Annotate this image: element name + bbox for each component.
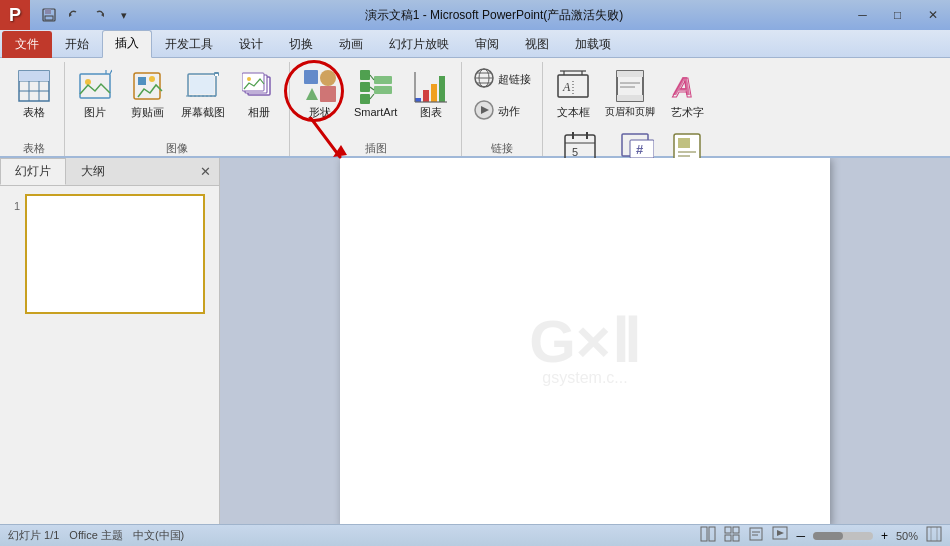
minimize-button[interactable]: ─	[845, 0, 880, 30]
svg-rect-91	[927, 527, 941, 541]
clip-button-label: 剪贴画	[131, 106, 164, 119]
svg-rect-83	[733, 527, 739, 533]
chart-button[interactable]: 图表	[407, 64, 455, 123]
group-table-label: 表格	[10, 139, 58, 156]
tab-home[interactable]: 开始	[52, 31, 102, 58]
svg-line-39	[370, 87, 374, 90]
action-label: 动作	[498, 104, 520, 119]
group-illustrations: 形状 SmartArt	[290, 62, 462, 156]
zoom-slider[interactable]	[813, 532, 873, 540]
action-button[interactable]: 动作	[468, 96, 525, 126]
tab-developer[interactable]: 开发工具	[152, 31, 226, 58]
maximize-button[interactable]: □	[880, 0, 915, 30]
view-reading-button[interactable]	[748, 526, 764, 545]
clip-icon	[129, 68, 165, 104]
group-images: 图片 剪贴画	[65, 62, 290, 156]
svg-rect-21	[190, 76, 214, 94]
smartart-icon	[358, 68, 394, 104]
screenshot-button-label: 屏幕截图	[181, 106, 225, 119]
action-icon	[473, 99, 495, 123]
smartart-button-label: SmartArt	[354, 106, 397, 119]
view-slide-sorter-button[interactable]	[724, 526, 740, 545]
svg-rect-80	[701, 527, 707, 541]
group-links-label: 链接	[468, 139, 536, 156]
table-button[interactable]: 表格	[10, 64, 58, 123]
svg-rect-13	[80, 74, 110, 98]
window-title: 演示文稿1 - Microsoft PowerPoint(产品激活失败)	[143, 7, 845, 24]
canvas-area[interactable]: G×Ⅱ gsystem.c...	[220, 158, 950, 524]
svg-rect-86	[750, 528, 762, 540]
tab-file[interactable]: 文件	[2, 31, 52, 58]
theme-name: Office 主题	[69, 528, 123, 543]
svg-rect-63	[617, 95, 643, 101]
svg-point-31	[320, 70, 336, 86]
undo-button[interactable]	[63, 4, 85, 26]
svg-rect-81	[709, 527, 715, 541]
screenshot-button[interactable]: 屏幕截图	[175, 64, 231, 123]
zoom-in-button[interactable]: +	[881, 529, 888, 543]
headfoot-button[interactable]: 页眉和页脚	[599, 64, 661, 122]
group-table: 表格 表格	[4, 62, 65, 156]
svg-rect-1	[45, 9, 51, 14]
slide-count: 幻灯片 1/1	[8, 528, 59, 543]
slide-list[interactable]: 1	[0, 186, 219, 524]
svg-text:5: 5	[572, 146, 578, 158]
textbox-button[interactable]: A 文本框	[549, 64, 597, 123]
tab-addins[interactable]: 加载项	[562, 31, 624, 58]
view-normal-button[interactable]	[700, 526, 716, 545]
wordart-button[interactable]: A A 艺术字	[663, 64, 711, 123]
headfoot-button-label: 页眉和页脚	[605, 106, 655, 118]
title-bar: P ▾ 演示文稿1 - Microsoft PowerPoint(产品激活失败)…	[0, 0, 950, 30]
svg-text:#: #	[636, 142, 644, 157]
svg-rect-11	[29, 71, 39, 81]
fit-window-button[interactable]	[926, 526, 942, 545]
svg-rect-77	[678, 138, 690, 148]
close-button[interactable]: ✕	[915, 0, 950, 30]
svg-rect-18	[138, 77, 146, 85]
tab-review[interactable]: 审阅	[462, 31, 512, 58]
table-button-label: 表格	[23, 106, 45, 119]
slide-thumbnail[interactable]	[25, 194, 205, 314]
svg-marker-90	[777, 530, 784, 536]
tab-view[interactable]: 视图	[512, 31, 562, 58]
close-panel-button[interactable]: ✕	[192, 158, 219, 185]
album-button-label: 相册	[248, 106, 270, 119]
wordart-button-label: 艺术字	[671, 106, 704, 119]
svg-rect-10	[19, 71, 29, 81]
slide-panel: 幻灯片 大纲 ✕ 1	[0, 158, 220, 524]
window-controls: ─ □ ✕	[845, 0, 950, 30]
customize-qa-button[interactable]: ▾	[113, 4, 135, 26]
slide-canvas[interactable]: G×Ⅱ gsystem.c...	[340, 158, 830, 524]
svg-point-28	[247, 77, 251, 81]
smartart-button[interactable]: SmartArt	[348, 64, 403, 123]
shape-button[interactable]: 形状	[296, 64, 344, 123]
clip-button[interactable]: 剪贴画	[123, 64, 171, 123]
tab-animations[interactable]: 动画	[326, 31, 376, 58]
svg-rect-44	[439, 76, 445, 102]
redo-button[interactable]	[88, 4, 110, 26]
shape-icon	[302, 68, 338, 104]
quick-access-toolbar: ▾	[30, 0, 143, 30]
album-button[interactable]: 相册	[235, 64, 283, 123]
tab-design[interactable]: 设计	[226, 31, 276, 58]
slideshow-button[interactable]	[772, 526, 788, 545]
textbox-icon: A	[555, 68, 591, 104]
language: 中文(中国)	[133, 528, 184, 543]
group-illustrations-label: 插图	[296, 139, 455, 156]
svg-rect-84	[725, 535, 731, 541]
tab-insert[interactable]: 插入	[102, 30, 152, 58]
svg-rect-23	[215, 74, 218, 76]
zoom-out-button[interactable]: ─	[796, 529, 805, 543]
svg-rect-12	[39, 71, 49, 81]
svg-rect-29	[304, 70, 318, 84]
tab-slideshow[interactable]: 幻灯片放映	[376, 31, 462, 58]
tab-transitions[interactable]: 切换	[276, 31, 326, 58]
hyperlink-button[interactable]: 超链接	[468, 64, 536, 94]
svg-rect-42	[423, 90, 429, 102]
tab-outline[interactable]: 大纲	[66, 158, 120, 185]
save-button[interactable]	[38, 4, 60, 26]
picture-button[interactable]: 图片	[71, 64, 119, 123]
tab-slides[interactable]: 幻灯片	[0, 158, 66, 185]
wordart-icon: A A	[669, 68, 705, 104]
chart-button-label: 图表	[420, 106, 442, 119]
